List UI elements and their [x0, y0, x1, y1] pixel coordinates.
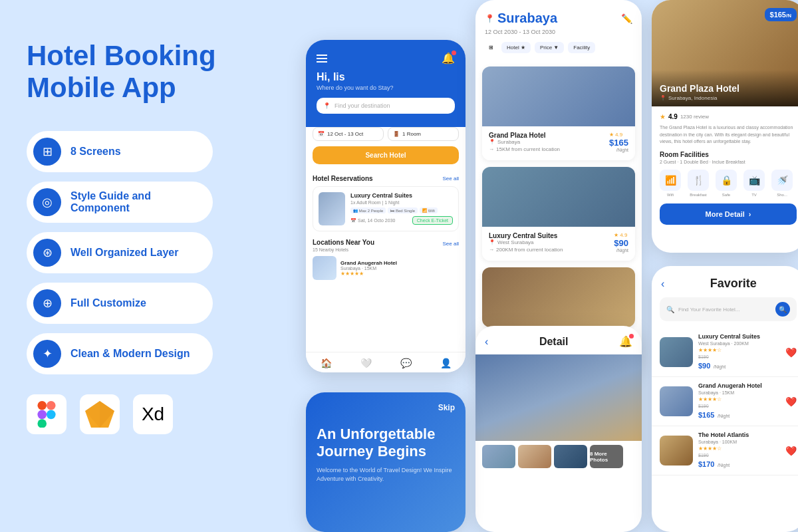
phone-hotel-list: 📍 Surabaya ✏️ 12 Oct 2030 - 13 Oct 2030 …: [475, 0, 642, 372]
date-selector[interactable]: 📅 12 Oct - 13 Oct: [313, 127, 384, 141]
feature-icon-layers: ⊛: [33, 239, 61, 267]
hotel-price-value-2: $90: [614, 238, 628, 248]
thumbnail-2[interactable]: [518, 445, 551, 468]
facility-wifi: 📶 Wifi: [660, 170, 681, 197]
back-arrow-icon[interactable]: ‹: [485, 336, 488, 348]
destination-search[interactable]: 📍 Find your destination: [317, 98, 455, 114]
hotel-card-3[interactable]: [482, 267, 635, 327]
hotel-name-2: Luxury Central Suites: [489, 232, 563, 239]
svg-rect-3: [37, 419, 47, 428]
phone4-body: ★ 4.9 1230 review The Grand Plaza Hotel …: [652, 106, 798, 231]
phone2-header: 📍 Surabaya ✏️ 12 Oct 2030 - 13 Oct 2030 …: [475, 0, 642, 66]
nav-chat[interactable]: 💬: [400, 358, 412, 368]
detail-title: Detail: [539, 336, 569, 348]
hotel-detail-price: $165/N: [765, 8, 797, 21]
hamburger-icon[interactable]: [317, 55, 327, 63]
edit-location-icon[interactable]: ✏️: [621, 13, 632, 24]
fav-old-price-2: $190: [698, 404, 780, 408]
hotel-image-2: [482, 167, 635, 227]
fav-price-3: $170: [698, 460, 714, 468]
feature-label-design: Clean & Modern Design: [70, 348, 190, 360]
notification-dot: [452, 51, 456, 55]
filter-facility[interactable]: Facility: [568, 42, 595, 53]
facilities-icons: 📶 Wifi 🍴 Breakfast 🔒 Safe 📺 TV 🚿: [660, 170, 797, 197]
facilities-title: Room Facilities: [660, 151, 797, 158]
fav-stars-1: ★★★★☆: [698, 347, 780, 353]
phone-hotel-detail: Grand Plaza Hotel 📍 Surabaya, Indonesia …: [652, 0, 798, 253]
detail-bell-icon[interactable]: 🔔: [619, 335, 632, 348]
thumbnail-1[interactable]: [482, 445, 515, 468]
facilities-subtitle: 2 Guest · 1 Double Bed · Inclue Breakfas…: [660, 160, 797, 164]
location-distance: Surabaya · 15KM: [340, 266, 397, 271]
favorite-item-2[interactable]: Grand Anugerah Hotel Surabaya · 15KM ★★★…: [652, 377, 798, 426]
favorite-item-3[interactable]: The Hotel Atlantis Surabaya · 100KM ★★★★…: [652, 426, 798, 475]
feature-label-customize: Full Customize: [70, 297, 146, 309]
detail-bell-dot: [629, 334, 634, 338]
favorite-heart-1[interactable]: ❤️: [785, 347, 797, 358]
feature-design[interactable]: ✦ Clean & Modern Design: [27, 333, 213, 374]
search-pin-icon: 📍: [323, 102, 331, 109]
hotel-detail-image: Grand Plaza Hotel 📍 Surabaya, Indonesia …: [652, 0, 798, 106]
filter-hotel[interactable]: Hotel ★: [501, 42, 531, 53]
hotel-detail-location: 📍 Surabaya, Indonesia: [660, 95, 797, 101]
screens-area: 🔔 Hi, Iis Where do you want do Stay? 📍 F…: [279, 0, 798, 532]
check-eticket-button[interactable]: Check E-Ticket: [412, 216, 453, 225]
hotel-name-row-1: Grand Plaza Hotel 📍 Surabaya → 15KM from…: [489, 132, 628, 152]
nav-home[interactable]: 🏠: [321, 358, 332, 368]
greeting-text: Hi, Iis: [317, 71, 455, 83]
hotel-card-2[interactable]: Luxury Central Suites 📍 West Surabaya → …: [482, 167, 635, 261]
feature-label-screens: 8 Screens: [70, 146, 121, 158]
tag-wifi: 📶 Wifi: [420, 207, 438, 213]
fav-info-3: The Hotel Atlantis Surabaya · 100KM ★★★★…: [698, 432, 780, 469]
bell-icon[interactable]: 🔔: [442, 52, 455, 65]
favorites-search[interactable]: 🔍 Find Your Favorite Hotel... 🔍: [660, 297, 797, 321]
hotel-detail-name: Grand Plaza Hotel: [660, 83, 797, 94]
reservation-footer: 📅 Sat, 14 Octo 2030 Check E-Ticket: [350, 216, 453, 225]
reservation-info: Luxury Central Suites 1x Adult Room | 1 …: [350, 192, 453, 225]
hotel-info-1: Grand Plaza Hotel 📍 Surabaya → 15KM from…: [482, 126, 635, 160]
arrow-icon: →: [489, 146, 494, 152]
skip-button[interactable]: Skip: [317, 403, 455, 412]
locations-see-all[interactable]: See all: [443, 241, 459, 247]
hotel-description: The Grand Plaza Hotel is a luxurious and…: [660, 124, 797, 146]
phone-onboarding: Skip An Unforgettable Journey Begins Wel…: [306, 392, 466, 532]
hotel-card-1[interactable]: Grand Plaza Hotel 📍 Surabaya → 15KM from…: [482, 66, 635, 160]
onboarding-title: An Unforgettable Journey Begins: [317, 426, 455, 461]
facility-breakfast: 🍴 Breakfast: [688, 170, 709, 197]
location-image: [313, 256, 336, 280]
favorites-back-icon[interactable]: ‹: [661, 278, 664, 290]
reservations-see-all[interactable]: See all: [443, 176, 459, 182]
star-icons: ★: [660, 113, 666, 120]
feature-label-layers: Well Organized Layer: [70, 247, 178, 259]
feature-icon-style: ◎: [33, 188, 61, 216]
nav-profile[interactable]: 👤: [440, 358, 452, 368]
more-photos-button[interactable]: 8 More Photos: [590, 445, 623, 468]
nav-heart[interactable]: 🤍: [360, 358, 372, 368]
wifi-icon: 📶: [660, 170, 681, 191]
hotel-info-2: Luxury Central Suites 📍 West Surabaya → …: [482, 227, 635, 261]
room-selector[interactable]: 🚪 1 Room: [388, 127, 459, 141]
search-hotel-button[interactable]: Search Hotel: [313, 146, 459, 164]
tool-icons: Xd: [27, 394, 253, 434]
bottom-navbar: 🏠 🤍 💬 👤: [306, 352, 466, 372]
more-detail-button[interactable]: More Detail ›: [660, 203, 797, 225]
feature-layers[interactable]: ⊛ Well Organized Layer: [27, 232, 213, 273]
reservation-details: 1x Adult Room | 1 Night: [350, 200, 453, 205]
calendar-small-icon: 📅: [350, 218, 356, 223]
hotel-dist-2: → 200KM from current location: [489, 247, 563, 253]
favorite-heart-2[interactable]: ❤️: [785, 396, 797, 407]
feature-customize[interactable]: ⊕ Full Customize: [27, 283, 213, 324]
thumbnail-3[interactable]: [554, 445, 587, 468]
fav-name-3: The Hotel Atlantis: [698, 432, 780, 438]
hotel-name-row-2: Luxury Central Suites 📍 West Surabaya → …: [489, 232, 628, 253]
favorites-search-placeholder: Find Your Favorite Hotel...: [678, 307, 740, 313]
filter-price[interactable]: Price ▼: [535, 42, 564, 53]
favorite-heart-3[interactable]: ❤️: [785, 446, 797, 456]
reservations-title: Hotel Reservations: [313, 175, 373, 182]
favorite-item-1[interactable]: Luxury Central Suites West Surabaya · 20…: [652, 328, 798, 377]
filter-toggle-icon[interactable]: ⊞: [485, 42, 497, 53]
feature-screens[interactable]: ⊞ 8 Screens: [27, 131, 213, 172]
hotel-rating-1: ★ 4.9: [609, 132, 628, 138]
feature-style-guide[interactable]: ◎ Style Guide and Component: [27, 182, 213, 223]
search-submit-icon[interactable]: 🔍: [775, 302, 790, 317]
